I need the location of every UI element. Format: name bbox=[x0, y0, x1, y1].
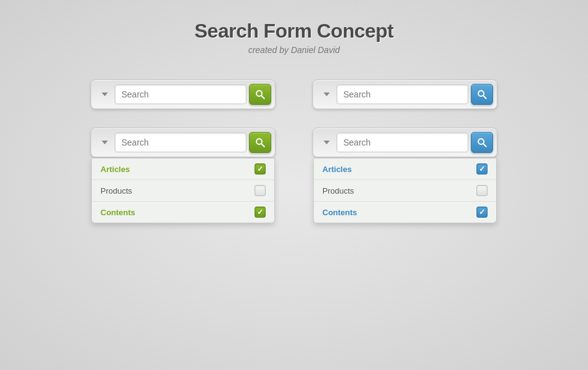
green-simple-search bbox=[91, 80, 276, 109]
search-icon bbox=[476, 137, 488, 148]
blue-dropdown-search-input[interactable] bbox=[337, 133, 468, 152]
svg-line-5 bbox=[483, 96, 486, 99]
page-title: Search Form Concept bbox=[194, 20, 393, 43]
blue-simple-dropdown-trigger[interactable] bbox=[317, 84, 337, 104]
blue-dropdown-panel: Articles ✓ Products Contents ✓ bbox=[313, 158, 497, 223]
articles-label: Articles bbox=[100, 165, 130, 174]
green-simple-dropdown-trigger[interactable] bbox=[95, 84, 115, 104]
contents-checkbox[interactable]: ✓ bbox=[255, 207, 266, 218]
list-item[interactable]: Articles ✓ bbox=[92, 158, 274, 180]
left-column: Articles ✓ Products Contents ✓ bbox=[91, 80, 276, 157]
dropdown-arrow-icon bbox=[102, 141, 108, 144]
blue-dropdown-search-bar: Articles ✓ Products Contents ✓ bbox=[312, 128, 497, 157]
list-item[interactable]: Contents ✓ bbox=[92, 202, 274, 223]
svg-line-1 bbox=[261, 96, 264, 99]
list-item[interactable]: Products bbox=[92, 180, 274, 202]
list-item[interactable]: Products bbox=[314, 180, 496, 202]
dropdown-arrow-icon bbox=[102, 92, 108, 96]
green-dropdown-search-button[interactable] bbox=[249, 132, 271, 153]
blue-simple-search-input[interactable] bbox=[337, 84, 468, 104]
products-label: Products bbox=[322, 186, 354, 195]
articles-checkbox[interactable]: ✓ bbox=[476, 163, 488, 175]
search-icon bbox=[255, 137, 266, 148]
right-column: Articles ✓ Products Contents ✓ bbox=[312, 80, 497, 157]
search-icon bbox=[476, 89, 488, 100]
articles-checkbox[interactable]: ✓ bbox=[255, 163, 266, 175]
dropdown-arrow-icon bbox=[324, 141, 330, 144]
products-checkbox[interactable] bbox=[476, 185, 488, 196]
green-dropdown-search-input[interactable] bbox=[115, 133, 247, 152]
green-dropdown-search: Articles ✓ Products Contents ✓ bbox=[91, 128, 276, 157]
blue-search-bar bbox=[312, 80, 497, 109]
blue-dropdown-trigger[interactable] bbox=[317, 133, 337, 152]
articles-label: Articles bbox=[322, 165, 352, 174]
search-icon bbox=[255, 89, 266, 100]
blue-simple-search-button[interactable] bbox=[471, 84, 493, 105]
blue-simple-search bbox=[312, 80, 497, 109]
green-dropdown-search-bar: Articles ✓ Products Contents ✓ bbox=[91, 128, 276, 157]
blue-dropdown-search: Articles ✓ Products Contents ✓ bbox=[312, 128, 497, 157]
contents-label: Contents bbox=[322, 208, 357, 217]
green-dropdown-panel: Articles ✓ Products Contents ✓ bbox=[91, 158, 275, 223]
products-checkbox[interactable] bbox=[255, 185, 266, 196]
list-item[interactable]: Contents ✓ bbox=[314, 202, 496, 223]
green-search-bar bbox=[91, 80, 276, 109]
svg-line-3 bbox=[261, 144, 264, 147]
dropdown-arrow-icon bbox=[324, 92, 330, 96]
blue-dropdown-search-button[interactable] bbox=[471, 132, 493, 153]
contents-label: Contents bbox=[100, 208, 135, 217]
list-item[interactable]: Articles ✓ bbox=[314, 158, 496, 180]
svg-line-7 bbox=[483, 144, 486, 147]
contents-checkbox[interactable]: ✓ bbox=[476, 207, 488, 218]
green-dropdown-trigger[interactable] bbox=[95, 133, 115, 152]
page-subtitle: created by Daniel David bbox=[194, 45, 393, 55]
green-simple-search-button[interactable] bbox=[249, 84, 271, 105]
green-simple-search-input[interactable] bbox=[115, 84, 247, 104]
page-header: Search Form Concept created by Daniel Da… bbox=[194, 20, 393, 55]
products-label: Products bbox=[100, 186, 132, 195]
forms-container: Articles ✓ Products Contents ✓ bbox=[91, 80, 497, 157]
